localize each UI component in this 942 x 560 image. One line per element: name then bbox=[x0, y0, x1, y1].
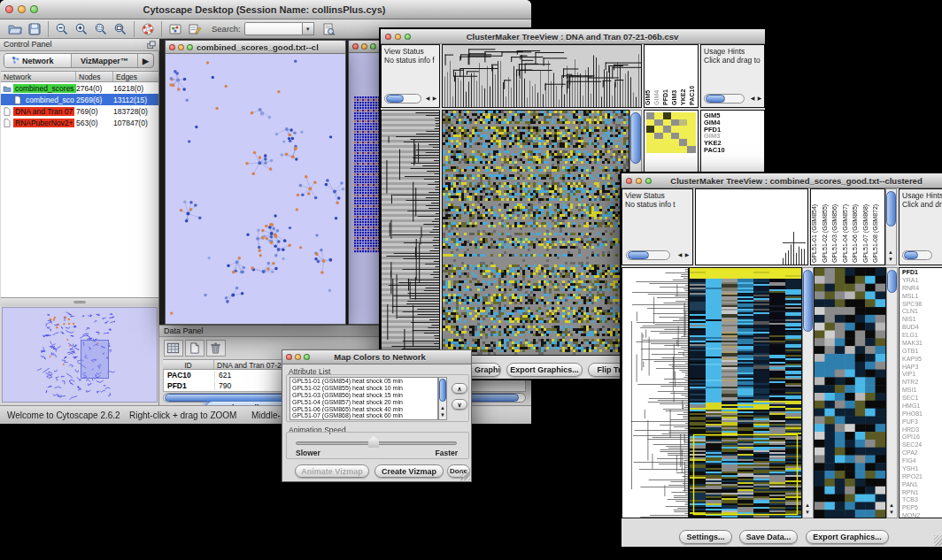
dense-network-grid-canvas[interactable] bbox=[354, 96, 380, 253]
array-label[interactable]: GIM3 bbox=[671, 45, 680, 107]
tv1-hints-hscrollbar[interactable] bbox=[704, 94, 745, 104]
close-icon[interactable] bbox=[385, 34, 391, 40]
matrix-cell[interactable] bbox=[654, 146, 662, 153]
gene-label[interactable]: ELG1 bbox=[902, 332, 942, 340]
main-titlebar[interactable]: Cytoscape Desktop (Session Name: collins… bbox=[0, 0, 531, 19]
matrix-cell[interactable] bbox=[654, 139, 662, 146]
gene-label[interactable]: RPO21 bbox=[902, 473, 942, 481]
tv2-export-graphics-button[interactable]: Export Graphics... bbox=[806, 530, 889, 544]
matrix-cell[interactable] bbox=[663, 112, 671, 119]
tv1-array-labels-panel[interactable]: GIM5GIM4PFD1GIM3YKE2PAC10 bbox=[644, 44, 699, 108]
tv1-zoom-matrix[interactable] bbox=[646, 112, 696, 153]
scroll-down-icon[interactable]: ▼ bbox=[887, 257, 894, 263]
gene-label[interactable]: MON2 bbox=[902, 512, 942, 518]
minimize-icon[interactable] bbox=[395, 34, 401, 40]
zoom-window-icon[interactable] bbox=[405, 34, 411, 40]
matrix-cell[interactable] bbox=[654, 133, 662, 140]
attribute-item[interactable]: GPL51-07 (GSM868) heat shock 60 min bbox=[290, 412, 437, 419]
matrix-cell[interactable] bbox=[663, 119, 671, 127]
move-down-button[interactable]: ∨ bbox=[452, 399, 467, 410]
vscroll-thumb[interactable] bbox=[887, 270, 897, 293]
array-label[interactable]: GPL51-07 (GSM868) bbox=[862, 189, 873, 265]
matrix-cell[interactable] bbox=[671, 146, 679, 153]
tv2-hints-hscrollbar[interactable] bbox=[902, 250, 932, 260]
tab-overflow-arrow-icon[interactable]: ▶ bbox=[138, 54, 153, 67]
tv2-settings-button[interactable]: Settings... bbox=[679, 530, 732, 544]
tv2-array-dendrogram-canvas[interactable] bbox=[696, 189, 807, 265]
zoom-in-icon[interactable] bbox=[74, 22, 89, 36]
gene-label[interactable]: HAP3 bbox=[902, 364, 942, 372]
matrix-cell[interactable] bbox=[687, 146, 695, 153]
tv2-status-hscrollbar[interactable] bbox=[626, 250, 670, 260]
treeview2-titlebar[interactable]: ClusterMaker TreeView : combined_scores_… bbox=[622, 173, 942, 188]
scroll-up-icon[interactable]: ▲ bbox=[439, 405, 446, 411]
matrix-cell[interactable] bbox=[646, 126, 654, 133]
matrix-cell[interactable] bbox=[687, 112, 695, 119]
birdseye-canvas[interactable] bbox=[3, 308, 157, 402]
zoom-window-icon[interactable] bbox=[370, 43, 376, 50]
matrix-cell[interactable] bbox=[687, 126, 695, 133]
vscroll-thumb[interactable] bbox=[439, 379, 446, 402]
scroll-right-icon[interactable]: ▶ bbox=[756, 96, 763, 102]
gene-label[interactable]: MSL1 bbox=[902, 293, 942, 301]
matrix-cell[interactable] bbox=[654, 126, 662, 133]
matrix-cell[interactable] bbox=[663, 133, 671, 140]
gene-label[interactable]: PHO81 bbox=[902, 410, 942, 418]
array-label[interactable]: GPL51-04 (GSM857) bbox=[842, 189, 853, 265]
gene-label[interactable]: VIP1 bbox=[902, 371, 942, 379]
tv2-heatmap-vscrollbar[interactable]: ▲ ▼ bbox=[802, 267, 814, 518]
gene-label[interactable]: YRA1 bbox=[902, 277, 942, 285]
array-label[interactable]: PFD1 bbox=[662, 45, 671, 107]
birdseye-view[interactable] bbox=[2, 307, 158, 403]
scroll-down-icon[interactable]: ▼ bbox=[439, 412, 446, 418]
animate-vizmap-button[interactable]: Animate Vizmap bbox=[295, 464, 369, 478]
zoom-window-icon[interactable] bbox=[30, 5, 38, 13]
matrix-cell[interactable] bbox=[654, 112, 662, 119]
column-header-nodes[interactable]: Nodes bbox=[76, 72, 113, 81]
matrix-cell[interactable] bbox=[679, 133, 687, 140]
advanced-search-icon[interactable] bbox=[321, 22, 336, 36]
zoom-window-icon[interactable] bbox=[645, 178, 652, 184]
help-lifering-icon[interactable] bbox=[141, 22, 155, 36]
matrix-cell[interactable] bbox=[654, 119, 662, 127]
gene-label[interactable]: YSH1 bbox=[902, 465, 942, 473]
attribute-item[interactable]: GPL51-06 (GSM865) heat shock 40 min bbox=[290, 406, 437, 413]
close-icon[interactable] bbox=[169, 44, 175, 50]
tv2-global-heatmap[interactable] bbox=[689, 267, 802, 518]
attribute-item[interactable]: GPL51-04 (GSM857) heat shock 20 min bbox=[290, 399, 437, 406]
attribute-item[interactable]: GPL51-01 (GSM854) heat shock 05 min bbox=[290, 378, 437, 385]
array-label[interactable]: GPL51-08 (GSM872) bbox=[872, 189, 883, 265]
tv1-gene-dendrogram-canvas[interactable] bbox=[382, 111, 439, 355]
matrix-cell[interactable] bbox=[671, 126, 679, 133]
minimize-icon[interactable] bbox=[178, 44, 184, 50]
new-attribute-icon[interactable] bbox=[185, 340, 205, 357]
zoom-selected-icon[interactable] bbox=[94, 22, 108, 36]
scroll-down-icon[interactable]: ▼ bbox=[888, 510, 895, 516]
gene-label[interactable]: PFD1 bbox=[902, 269, 942, 277]
tv2-save-data-button[interactable]: Save Data... bbox=[739, 530, 798, 544]
scroll-left-icon[interactable]: ◀ bbox=[676, 252, 683, 258]
matrix-cell[interactable] bbox=[646, 112, 654, 119]
matrix-cell[interactable] bbox=[671, 139, 679, 146]
matrix-cell[interactable] bbox=[671, 133, 679, 140]
matrix-cell[interactable] bbox=[671, 119, 679, 127]
close-icon[interactable] bbox=[5, 5, 13, 13]
attribute-select-icon[interactable] bbox=[164, 340, 183, 357]
tv1-gene-dendrogram[interactable] bbox=[381, 110, 440, 356]
scroll-up-icon[interactable]: ▲ bbox=[888, 502, 895, 509]
minimize-icon[interactable] bbox=[361, 43, 367, 50]
gene-label[interactable]: MSI1 bbox=[902, 387, 942, 395]
minimize-icon[interactable] bbox=[295, 354, 301, 360]
vscroll-thumb[interactable] bbox=[803, 270, 813, 332]
tv1-status-hscrollbar[interactable] bbox=[384, 94, 421, 104]
column-header-edges[interactable]: Edges bbox=[113, 72, 158, 81]
gene-label[interactable]: CLN1 bbox=[902, 308, 942, 316]
minimize-icon[interactable] bbox=[18, 5, 26, 13]
hscroll-thumb[interactable] bbox=[706, 95, 725, 103]
dialog-titlebar[interactable]: Map Colors to Network bbox=[282, 350, 471, 364]
gene-label[interactable]: SEC1 bbox=[902, 395, 942, 403]
matrix-cell[interactable] bbox=[646, 119, 654, 127]
tv2-gene-dendrogram-canvas[interactable] bbox=[622, 268, 688, 518]
tv2-gene-labels-panel[interactable]: PFD1YRA1RNR4MSL1SPC98CLN1NIS1BUD4ELG1MAK… bbox=[899, 267, 942, 518]
network-row[interactable]: DNA and Tran 07769(0)183728(0) bbox=[1, 105, 158, 117]
